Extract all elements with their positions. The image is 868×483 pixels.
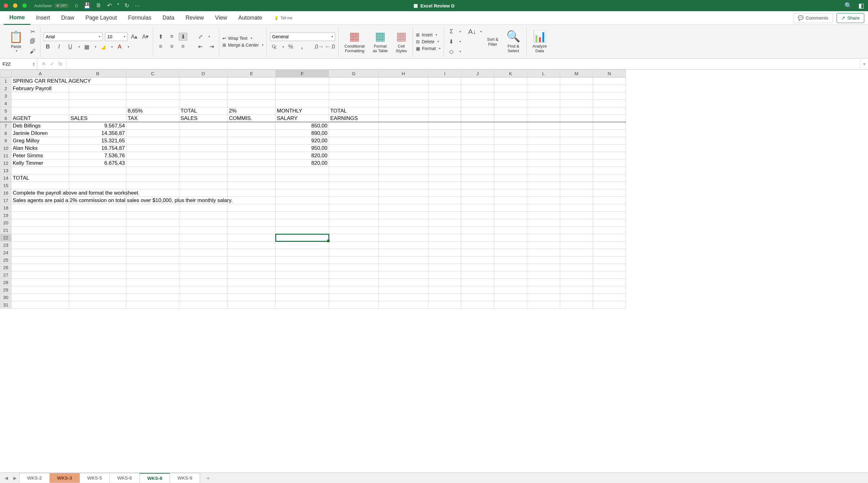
cell-C7[interactable] [126,122,179,130]
cell-J14[interactable] [461,174,494,182]
minimize-window[interactable] [13,3,18,8]
fx-icon[interactable]: fx [58,61,62,67]
cell-K27[interactable] [494,271,527,279]
tell-me[interactable]: 💡 Tell me [274,16,292,20]
row-header-17[interactable]: 17 [0,197,11,204]
cell-I30[interactable] [428,294,461,301]
cell-A11[interactable]: Peter Simms [11,152,69,159]
cell-F5[interactable]: MONTHLY [276,107,329,115]
cell-E23[interactable] [228,241,276,249]
cell-N19[interactable] [593,212,626,219]
cell-J24[interactable] [461,249,494,256]
decrease-indent-icon[interactable]: ⇤ [196,42,205,51]
row-header-15[interactable]: 15 [0,182,11,189]
cell-G6[interactable]: EARNINGS [329,115,379,122]
cell-N29[interactable] [593,286,626,294]
cell-B9[interactable]: 15.321,65 [69,137,126,145]
align-left-icon[interactable]: ≡ [156,42,165,51]
cell-J5[interactable] [461,107,494,115]
col-header-L[interactable]: L [527,70,560,78]
row-header-4[interactable]: 4 [0,100,11,107]
cell-F30[interactable] [276,294,329,301]
cell-C4[interactable] [126,100,179,107]
cell-N31[interactable] [593,301,626,309]
cell-E6[interactable]: COMMIS. [228,115,276,122]
cell-D4[interactable] [179,100,228,107]
cell-D31[interactable] [179,301,228,309]
share-button[interactable]: ↗ Share [837,13,864,23]
cell-L14[interactable] [527,174,560,182]
cell-M24[interactable] [560,249,593,256]
cell-E11[interactable] [228,152,276,159]
cell-L20[interactable] [527,219,560,227]
cell-K2[interactable] [494,85,527,92]
cell-K13[interactable] [494,167,527,174]
cell-N23[interactable] [593,241,626,249]
cell-I6[interactable] [428,115,461,122]
row-header-9[interactable]: 9 [0,137,11,145]
cell-L16[interactable] [527,189,560,197]
cell-D21[interactable] [179,227,228,234]
col-header-C[interactable]: C [126,70,179,78]
cell-B11[interactable]: 7.536,76 [69,152,126,159]
cell-L3[interactable] [527,92,560,100]
row-header-14[interactable]: 14 [0,174,11,182]
cell-L19[interactable] [527,212,560,219]
cell-I18[interactable] [428,204,461,212]
cell-E31[interactable] [228,301,276,309]
cell-I3[interactable] [428,92,461,100]
cell-C9[interactable] [126,137,179,145]
cell-E1[interactable] [228,78,276,85]
cell-C22[interactable] [126,234,179,241]
cell-A9[interactable]: Greg Milloy [11,137,69,145]
cell-E27[interactable] [228,271,276,279]
cell-F26[interactable] [276,264,329,271]
comments-button[interactable]: 💬 Comments [793,13,833,23]
row-header-16[interactable]: 16 [0,189,11,197]
cell-H15[interactable] [379,182,428,189]
cell-F1[interactable] [276,78,329,85]
cell-F17[interactable] [276,197,329,204]
cell-M29[interactable] [560,286,593,294]
cell-J20[interactable] [461,219,494,227]
cell-E10[interactable] [228,145,276,152]
cell-C26[interactable] [126,264,179,271]
cell-L12[interactable] [527,159,560,167]
cell-N16[interactable] [593,189,626,197]
cell-L17[interactable] [527,197,560,204]
tab-formulas[interactable]: Formulas [122,11,157,24]
cell-K18[interactable] [494,204,527,212]
cut-icon[interactable]: ✂ [28,28,37,36]
cell-H6[interactable] [379,115,428,122]
cell-H31[interactable] [379,301,428,309]
cell-H2[interactable] [379,85,428,92]
cell-F25[interactable] [276,256,329,264]
cell-J13[interactable] [461,167,494,174]
sheet-tab-WKS-3[interactable]: WKS-3 [50,473,80,483]
cell-F24[interactable] [276,249,329,256]
cell-G13[interactable] [329,167,379,174]
cell-B19[interactable] [69,212,126,219]
align-right-icon[interactable]: ≡ [179,42,187,51]
cell-G23[interactable] [329,241,379,249]
format-painter-icon[interactable]: 🖌 [28,48,37,56]
cell-M4[interactable] [560,100,593,107]
cell-B6[interactable]: SALES [69,115,126,122]
cell-K4[interactable] [494,100,527,107]
cell-J9[interactable] [461,137,494,145]
cell-G28[interactable] [329,279,379,286]
cell-A6[interactable]: AGENT [11,115,69,122]
wrap-text-button[interactable]: ↩ Wrap Text▾ [222,36,264,41]
shrink-font-icon[interactable]: A▾ [141,33,150,41]
cell-A21[interactable] [11,227,69,234]
cell-K24[interactable] [494,249,527,256]
cell-C14[interactable] [126,174,179,182]
cell-E26[interactable] [228,264,276,271]
cell-A8[interactable]: Janinie Diloren [11,130,69,137]
increase-indent-icon[interactable]: ⇥ [207,42,216,51]
cell-E15[interactable] [228,182,276,189]
add-sheet-button[interactable]: ＋ [200,473,217,483]
cell-H1[interactable] [379,78,428,85]
cell-H7[interactable] [379,122,428,130]
cell-C30[interactable] [126,294,179,301]
